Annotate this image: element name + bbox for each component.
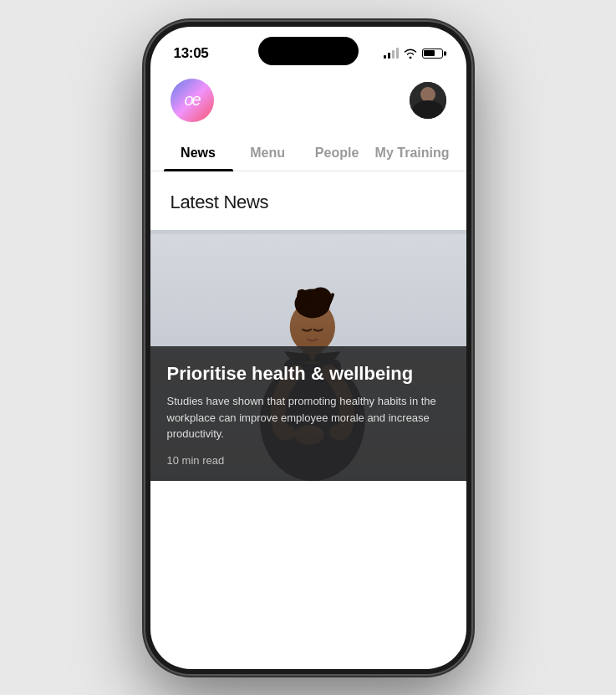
- wifi-icon: [404, 49, 417, 59]
- avatar[interactable]: [410, 82, 446, 119]
- tab-menu[interactable]: Menu: [233, 135, 303, 171]
- news-card-title: Prioritise health & wellbeing: [167, 363, 450, 385]
- battery-icon: [422, 49, 443, 59]
- phone-frame: 13:05: [145, 22, 471, 674]
- news-card-image: Prioritise health & wellbeing Studies ha…: [150, 230, 466, 481]
- news-card-overlay: Prioritise health & wellbeing Studies ha…: [150, 346, 466, 481]
- status-icons: [384, 48, 443, 59]
- signal-icon: [384, 48, 399, 59]
- app-header: oe: [150, 69, 466, 135]
- scrollable-content: Latest News: [150, 171, 466, 669]
- tab-my-training[interactable]: My Training: [372, 135, 453, 171]
- app-logo[interactable]: oe: [171, 79, 214, 122]
- status-time: 13:05: [174, 45, 209, 62]
- latest-news-title: Latest News: [171, 192, 446, 213]
- latest-news-header: Latest News: [150, 171, 466, 230]
- news-card[interactable]: Prioritise health & wellbeing Studies ha…: [150, 230, 466, 481]
- phone-screen: 13:05: [150, 27, 466, 669]
- phone-wrapper: 13:05: [145, 22, 471, 674]
- news-card-excerpt: Studies have shown that promoting health…: [167, 393, 450, 442]
- dynamic-island: [258, 37, 359, 65]
- tab-people[interactable]: People: [303, 135, 372, 171]
- nav-tabs: News Menu People My Training: [150, 135, 466, 171]
- news-card-read-time: 10 min read: [167, 454, 225, 467]
- logo-text: oe: [184, 90, 199, 110]
- screen-content: oe News Menu: [150, 69, 466, 669]
- tab-news[interactable]: News: [164, 135, 233, 171]
- avatar-image: [410, 82, 446, 119]
